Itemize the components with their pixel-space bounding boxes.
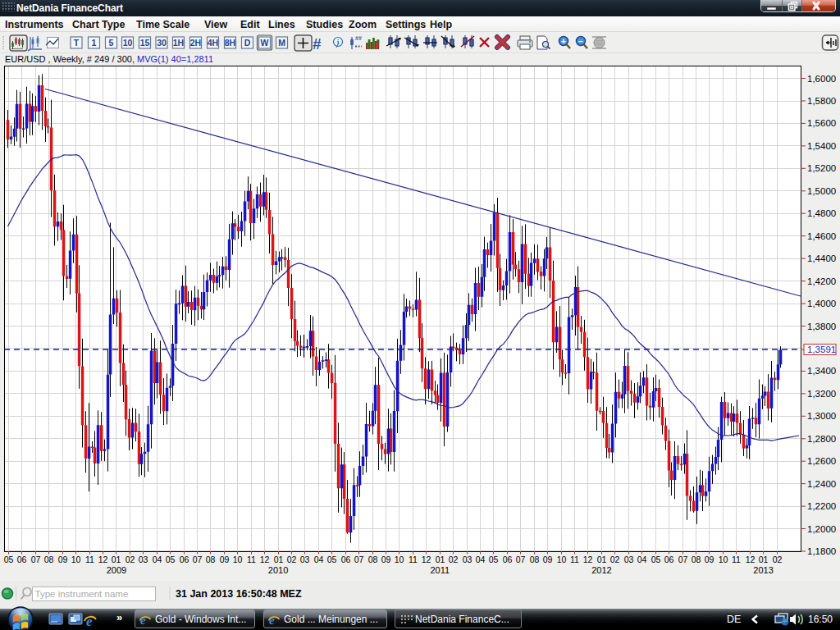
svg-text:−: − xyxy=(578,37,583,46)
svg-text:8H: 8H xyxy=(225,38,235,48)
svg-text:12: 12 xyxy=(583,555,593,564)
svg-text:02: 02 xyxy=(287,555,297,564)
svg-text:e: e xyxy=(86,614,93,629)
svg-text:07: 07 xyxy=(354,555,364,564)
svg-text:1,5800: 1,5800 xyxy=(807,96,836,106)
svg-text:06: 06 xyxy=(503,555,513,564)
svg-text:02: 02 xyxy=(449,555,459,564)
svg-text:04: 04 xyxy=(476,555,486,564)
svg-text:08: 08 xyxy=(206,555,216,564)
svg-text:01: 01 xyxy=(112,555,121,564)
svg-text:12: 12 xyxy=(422,555,431,564)
svg-text:1,4200: 1,4200 xyxy=(807,276,836,286)
svg-text:11: 11 xyxy=(570,555,579,564)
svg-text:1,3400: 1,3400 xyxy=(807,366,836,376)
svg-text:06: 06 xyxy=(664,555,674,564)
svg-text:DE: DE xyxy=(727,614,741,625)
svg-text:09: 09 xyxy=(705,555,714,564)
svg-text:e: e xyxy=(269,614,275,627)
svg-text:05: 05 xyxy=(327,555,337,564)
svg-text:06: 06 xyxy=(17,555,27,564)
svg-text:D: D xyxy=(244,38,251,48)
svg-text:10: 10 xyxy=(395,555,404,564)
svg-text:12: 12 xyxy=(260,555,270,564)
svg-text:09: 09 xyxy=(220,555,230,564)
svg-text:08: 08 xyxy=(44,555,54,564)
svg-text:08: 08 xyxy=(368,555,378,564)
svg-text:1,5000: 1,5000 xyxy=(807,186,836,196)
svg-text:04: 04 xyxy=(153,555,162,564)
svg-text:1,3000: 1,3000 xyxy=(807,411,836,421)
svg-text:1,4000: 1,4000 xyxy=(807,299,836,308)
svg-text:03: 03 xyxy=(463,555,472,564)
svg-text:09: 09 xyxy=(381,555,391,564)
svg-text:07: 07 xyxy=(516,555,526,564)
svg-text:T: T xyxy=(74,38,80,48)
svg-text:15: 15 xyxy=(140,38,150,48)
svg-text:+: + xyxy=(561,37,566,46)
svg-text:31 Jan 2013 16:50:48 MEZ: 31 Jan 2013 16:50:48 MEZ xyxy=(176,588,302,600)
svg-text:2011: 2011 xyxy=(430,565,450,575)
svg-text:01: 01 xyxy=(759,555,769,564)
svg-text:2H: 2H xyxy=(190,38,201,48)
svg-text:01: 01 xyxy=(436,555,445,564)
svg-text:03: 03 xyxy=(139,555,148,564)
svg-text:03: 03 xyxy=(300,555,310,564)
svg-text:02: 02 xyxy=(126,555,135,564)
svg-text:1,5600: 1,5600 xyxy=(807,118,836,128)
svg-text:07: 07 xyxy=(31,555,41,564)
svg-text:1,2000: 1,2000 xyxy=(807,524,836,534)
svg-text:10: 10 xyxy=(123,38,133,48)
svg-text:2013: 2013 xyxy=(753,565,773,575)
svg-text:1,3200: 1,3200 xyxy=(807,389,836,399)
svg-text:1: 1 xyxy=(92,38,97,48)
svg-text:06: 06 xyxy=(180,555,189,564)
svg-text:EUR/USD , Weekly, # 249 / 300,: EUR/USD , Weekly, # 249 / 300, MVG(1) 40… xyxy=(5,54,213,64)
svg-text:10: 10 xyxy=(719,555,728,564)
svg-text:#: # xyxy=(313,35,322,52)
svg-text:01: 01 xyxy=(597,555,607,564)
svg-text:1,6000: 1,6000 xyxy=(807,74,836,84)
svg-text:1,4800: 1,4800 xyxy=(807,208,836,218)
svg-text:04: 04 xyxy=(314,555,324,564)
svg-text:5: 5 xyxy=(109,38,114,48)
svg-text:2012: 2012 xyxy=(591,565,611,575)
svg-text:11: 11 xyxy=(247,555,256,564)
svg-text:1,3591: 1,3591 xyxy=(807,345,836,354)
svg-text:08: 08 xyxy=(530,555,540,564)
svg-text:2009: 2009 xyxy=(107,565,126,575)
svg-text:12: 12 xyxy=(746,555,756,564)
svg-text:e: e xyxy=(140,614,146,627)
svg-text:03: 03 xyxy=(624,555,634,564)
svg-text:16:50: 16:50 xyxy=(808,614,833,625)
svg-text:1,2800: 1,2800 xyxy=(807,434,836,444)
svg-text:01: 01 xyxy=(274,555,284,564)
svg-text:10: 10 xyxy=(557,555,567,564)
svg-text:1,4400: 1,4400 xyxy=(807,253,836,263)
svg-text:05: 05 xyxy=(4,555,14,564)
svg-text:09: 09 xyxy=(543,555,553,564)
svg-text:M: M xyxy=(278,38,285,48)
svg-text:1,5200: 1,5200 xyxy=(807,163,836,173)
svg-text:11: 11 xyxy=(732,555,741,564)
svg-text:##: ## xyxy=(355,35,362,41)
svg-text:4H: 4H xyxy=(208,38,218,48)
svg-text:1,2200: 1,2200 xyxy=(807,501,836,511)
svg-text:12: 12 xyxy=(98,555,108,564)
svg-text:07: 07 xyxy=(678,555,688,564)
svg-text:11: 11 xyxy=(409,555,418,564)
svg-text:1H: 1H xyxy=(173,38,184,48)
svg-text:30: 30 xyxy=(157,38,167,48)
svg-text:1,2400: 1,2400 xyxy=(807,479,836,489)
svg-text:Type instrument name: Type instrument name xyxy=(35,589,129,599)
svg-text:10: 10 xyxy=(233,555,243,564)
svg-text:11: 11 xyxy=(85,555,94,564)
svg-text:05: 05 xyxy=(489,555,499,564)
svg-text:04: 04 xyxy=(637,555,647,564)
svg-text:05: 05 xyxy=(651,555,661,564)
svg-text:1,3800: 1,3800 xyxy=(807,322,836,331)
svg-text:09: 09 xyxy=(58,555,68,564)
svg-text:07: 07 xyxy=(193,555,203,564)
svg-text:2010: 2010 xyxy=(268,565,288,575)
svg-text:W: W xyxy=(261,38,269,48)
